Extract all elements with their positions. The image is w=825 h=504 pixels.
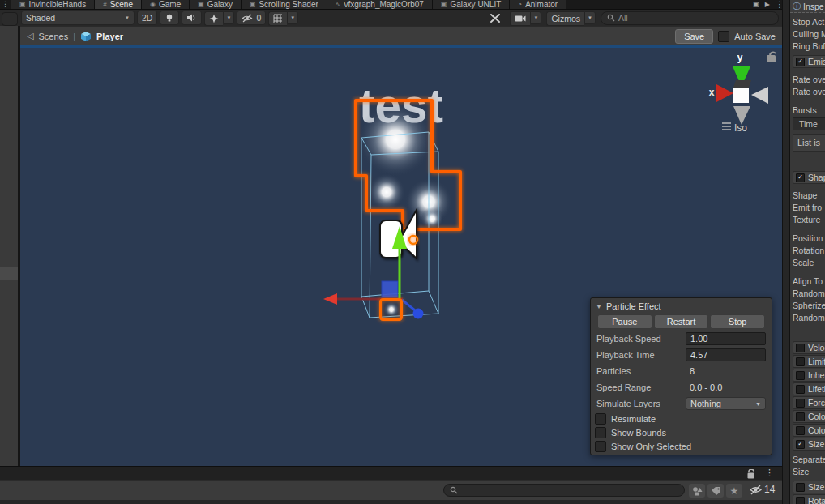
draw-mode-dropdown[interactable]: Shaded ▼ xyxy=(21,11,135,25)
viewport-lock-icon[interactable] xyxy=(767,53,776,62)
pane-menu-icon[interactable]: ⋮ xyxy=(0,0,11,9)
field-value[interactable]: 0.0 - 0.0 ▼ xyxy=(686,381,766,394)
filter-by-type-button[interactable] xyxy=(689,484,705,498)
inspector-item[interactable]: ✓ Bursts xyxy=(793,104,825,116)
view-tab[interactable]: ∿ vfxgraph_MagicOrb07 xyxy=(327,0,433,9)
panel-menu-icon[interactable]: ⋮ xyxy=(765,468,774,478)
grid-visibility-button[interactable] xyxy=(268,11,287,26)
camera-button[interactable] xyxy=(510,11,530,26)
inspector-item[interactable]: ✓ Align To xyxy=(793,275,825,287)
save-button[interactable]: Save xyxy=(675,29,713,44)
particle-panel-header[interactable]: ▼ Particle Effect xyxy=(591,298,772,313)
field-value[interactable]: 4.57 ▼ xyxy=(686,348,766,361)
particle-control-button[interactable]: Pause xyxy=(597,314,652,329)
inspector-item[interactable]: ✓ Stop Act xyxy=(793,15,825,28)
particle-panel-toggle[interactable]: Show Bounds xyxy=(591,425,772,439)
inspector-item[interactable]: ✓ Size xyxy=(793,465,825,477)
grid-caret-button[interactable]: ▼ xyxy=(287,11,298,24)
inspector-item[interactable]: ✓ Scale xyxy=(793,256,825,268)
inspector-item[interactable]: ✓ Emiss xyxy=(793,55,825,68)
toggle-checkbox[interactable] xyxy=(595,413,606,425)
module-checkbox[interactable]: ✓ xyxy=(796,426,805,435)
breadcrumb-scenes[interactable]: Scenes xyxy=(38,32,68,41)
inspector-item[interactable]: ✓ Size b xyxy=(793,481,825,493)
panel-divider[interactable] xyxy=(782,0,790,504)
module-checkbox[interactable]: ✓ xyxy=(796,173,805,182)
module-checkbox[interactable]: ✓ xyxy=(796,497,805,504)
inspector-item[interactable]: ✓ Texture xyxy=(793,213,825,225)
inspector-item[interactable]: ✓ Emit fro xyxy=(793,201,825,213)
module-checkbox[interactable]: ✓ xyxy=(796,483,805,492)
view-tab[interactable]: ◔ Animator xyxy=(510,0,566,9)
panel-divider[interactable] xyxy=(18,26,20,466)
lighting-toggle-button[interactable] xyxy=(160,11,179,25)
inspector-item[interactable]: ✓ Spherize xyxy=(793,299,825,311)
view-tab[interactable]: ▣ Scrolling Shader xyxy=(242,0,327,9)
move-z-axis-handle[interactable] xyxy=(402,300,415,310)
move-plane-handle[interactable] xyxy=(382,281,398,297)
view-tab[interactable]: ▣ Galaxy xyxy=(190,0,242,9)
module-checkbox[interactable]: ✓ xyxy=(796,412,805,421)
gizmos-caret-button[interactable]: ▼ xyxy=(584,11,596,24)
inspector-item[interactable]: ✓ Force xyxy=(793,396,825,409)
module-checkbox[interactable]: ✓ xyxy=(796,385,805,394)
module-checkbox[interactable]: ✓ xyxy=(796,440,805,449)
field-value[interactable]: 1.00 ▼ xyxy=(686,332,766,345)
scene-visibility-counter[interactable]: 14 xyxy=(749,484,775,495)
toggle-checkbox[interactable] xyxy=(595,427,606,438)
view-tab[interactable]: ◉ Game xyxy=(142,0,190,9)
effects-toggle-button[interactable] xyxy=(204,11,223,26)
inspector-item[interactable]: ✓ Shape xyxy=(793,189,825,201)
inspector-item[interactable]: ✓ Color xyxy=(793,424,825,437)
gizmo-x-cone[interactable] xyxy=(716,84,733,102)
field-value[interactable]: 8 ▼ xyxy=(686,365,766,378)
inspector-item[interactable]: ✓ Randomi xyxy=(793,311,825,323)
field-value[interactable]: Nothing ▼ xyxy=(686,397,766,410)
move-z-ball[interactable] xyxy=(413,309,424,319)
inspector-item[interactable]: ✓ Shape xyxy=(793,171,825,184)
module-checkbox[interactable]: ✓ xyxy=(796,344,805,352)
particle-panel-toggle[interactable]: Show Only Selected xyxy=(591,439,772,453)
back-arrow-icon[interactable]: ◁ xyxy=(27,31,33,41)
inspector-item[interactable]: ✓ Randomi xyxy=(793,287,825,299)
inspector-item[interactable]: ✓ Time xyxy=(793,117,825,130)
particle-panel-toggle[interactable]: Resimulate xyxy=(591,412,772,425)
inspector-item[interactable]: ✓ Rotat xyxy=(793,494,825,504)
inspector-item[interactable]: ✓ Position xyxy=(793,232,825,244)
module-checkbox[interactable]: ✓ xyxy=(796,357,805,366)
inspector-item[interactable]: ✓ Rotation xyxy=(793,244,825,256)
view-tab[interactable]: ▣ Galaxy UNLIT xyxy=(433,0,510,9)
next-tab-icon[interactable]: ▶ xyxy=(765,1,770,8)
particle-control-button[interactable]: Stop xyxy=(710,314,765,329)
module-checkbox[interactable]: ✓ xyxy=(796,58,805,66)
inspector-item[interactable]: ✓ Separate xyxy=(793,453,825,465)
view-tab[interactable]: # Scene xyxy=(95,0,142,9)
inspector-item[interactable]: ✓ Rate ove xyxy=(793,85,825,97)
view-tab[interactable]: ▣ InvincibleHands xyxy=(11,0,95,9)
audio-toggle-button[interactable] xyxy=(182,11,202,25)
inspector-item[interactable]: ✓ Color xyxy=(793,410,825,423)
inspector-item[interactable]: ✓ Culling M xyxy=(793,28,825,40)
inspector-item[interactable]: ✓ List is xyxy=(793,134,825,152)
tab-inspector[interactable]: ⓘ Inspe xyxy=(790,0,825,13)
gizmo-cube-face[interactable] xyxy=(733,88,749,103)
inspector-item[interactable]: ✓ Veloc xyxy=(793,341,825,354)
scene-search-input[interactable]: All xyxy=(601,11,779,25)
inspector-item[interactable]: ✓ Inheri xyxy=(793,369,825,382)
module-checkbox[interactable]: ✓ xyxy=(796,371,805,380)
bottom-search-input[interactable] xyxy=(443,484,685,497)
inspector-item[interactable]: ✓ Size o xyxy=(793,438,825,451)
toggle-checkbox[interactable] xyxy=(595,441,606,452)
autosave-checkbox[interactable] xyxy=(718,31,729,42)
projection-toggle[interactable]: Iso xyxy=(722,122,747,134)
particle-control-button[interactable]: Restart xyxy=(654,314,709,329)
module-checkbox[interactable]: ✓ xyxy=(796,399,805,408)
2d-toggle-button[interactable]: 2D xyxy=(137,11,157,25)
move-x-arrowhead[interactable] xyxy=(323,293,337,305)
gizmo-right-cone[interactable] xyxy=(751,87,768,104)
effects-caret-button[interactable]: ▼ xyxy=(223,11,234,24)
gizmos-button[interactable]: Gizmos xyxy=(546,11,584,26)
inspector-item[interactable]: ✓ Rate ove xyxy=(793,73,825,85)
filter-by-label-button[interactable] xyxy=(707,484,724,498)
camera-caret-button[interactable]: ▼ xyxy=(530,11,541,24)
